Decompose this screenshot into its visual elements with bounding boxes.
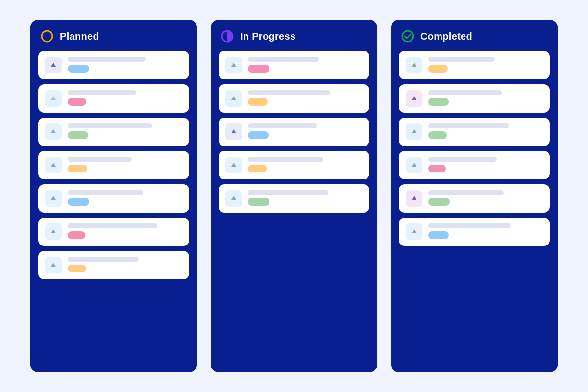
avatar <box>45 90 62 107</box>
card-title-bar <box>248 190 328 195</box>
column-header-planned: Planned <box>38 29 189 43</box>
card-title-bar <box>428 90 502 95</box>
card-tag <box>428 131 447 139</box>
card-tag <box>428 231 449 239</box>
card-content <box>68 223 182 239</box>
avatar <box>45 157 62 173</box>
card-tag <box>248 98 268 106</box>
list-item[interactable] <box>219 51 369 79</box>
card-content <box>68 90 182 106</box>
list-item[interactable] <box>219 184 369 213</box>
card-title-bar <box>68 257 139 262</box>
avatar <box>406 190 422 207</box>
list-item[interactable] <box>38 84 189 113</box>
avatar <box>406 57 422 74</box>
card-content <box>248 157 363 172</box>
card-tag <box>428 98 449 106</box>
card-content <box>248 90 363 106</box>
card-tag <box>68 198 89 206</box>
card-content <box>68 57 182 73</box>
card-tag <box>68 131 88 139</box>
in-progress-status-icon <box>220 29 234 43</box>
card-tag <box>68 165 87 172</box>
column-header-completed: Completed <box>399 29 550 43</box>
list-item[interactable] <box>219 84 369 113</box>
list-item[interactable] <box>399 51 550 79</box>
card-content <box>68 123 182 139</box>
list-item[interactable] <box>219 151 369 179</box>
card-content <box>248 190 363 206</box>
card-tag <box>68 265 86 272</box>
card-title-bar <box>428 223 511 228</box>
card-title-bar <box>428 57 495 62</box>
avatar <box>406 90 422 107</box>
card-title-bar <box>428 190 504 195</box>
card-tag <box>248 131 269 139</box>
list-item[interactable] <box>399 218 550 246</box>
avatar <box>225 123 242 140</box>
cards-list-completed <box>399 51 550 246</box>
card-tag <box>248 198 270 206</box>
avatar <box>45 223 62 240</box>
list-item[interactable] <box>38 251 189 279</box>
card-title-bar <box>68 190 143 195</box>
list-item[interactable] <box>399 184 550 213</box>
avatar <box>225 157 242 173</box>
avatar <box>45 190 62 207</box>
list-item[interactable] <box>399 118 550 146</box>
card-tag <box>248 65 270 73</box>
list-item[interactable] <box>399 151 550 179</box>
card-tag <box>68 98 86 106</box>
completed-status-icon <box>401 29 415 43</box>
list-item[interactable] <box>38 151 189 179</box>
avatar <box>406 223 422 240</box>
list-item[interactable] <box>38 118 189 146</box>
card-content <box>428 223 543 239</box>
column-completed: Completed <box>391 20 558 372</box>
card-title-bar <box>248 123 317 128</box>
avatar <box>225 190 242 207</box>
list-item[interactable] <box>219 118 369 146</box>
svg-point-0 <box>42 31 52 42</box>
card-content <box>248 57 363 73</box>
kanban-board: PlannedIn ProgressCompleted <box>16 0 572 392</box>
card-content <box>68 257 182 272</box>
card-title-bar <box>428 123 509 128</box>
card-title-bar <box>248 57 319 62</box>
column-planned: Planned <box>30 20 197 372</box>
column-title-planned: Planned <box>60 31 99 42</box>
list-item[interactable] <box>38 51 189 79</box>
card-title-bar <box>68 90 136 95</box>
avatar <box>225 57 242 74</box>
card-content <box>248 123 363 139</box>
avatar <box>406 157 422 173</box>
cards-list-planned <box>38 51 189 279</box>
svg-point-2 <box>402 31 413 42</box>
card-tag <box>428 165 446 172</box>
card-title-bar <box>428 157 497 162</box>
card-title-bar <box>68 223 157 228</box>
card-title-bar <box>248 157 323 162</box>
card-content <box>428 90 543 106</box>
card-content <box>428 57 543 73</box>
list-item[interactable] <box>38 184 189 213</box>
list-item[interactable] <box>38 218 189 246</box>
card-title-bar <box>68 57 146 62</box>
card-tag <box>248 165 267 172</box>
card-title-bar <box>68 157 132 162</box>
planned-status-icon <box>40 29 54 43</box>
avatar <box>45 57 62 74</box>
card-tag <box>428 65 448 73</box>
card-tag <box>68 65 89 73</box>
card-title-bar <box>248 90 330 95</box>
avatar <box>406 123 422 140</box>
avatar <box>225 90 242 107</box>
card-content <box>68 157 182 172</box>
card-content <box>428 190 543 206</box>
column-title-in-progress: In Progress <box>240 31 295 42</box>
column-in-progress: In Progress <box>211 20 377 372</box>
column-header-in-progress: In Progress <box>219 29 369 43</box>
list-item[interactable] <box>399 84 550 113</box>
column-title-completed: Completed <box>420 31 472 42</box>
avatar <box>45 257 62 273</box>
